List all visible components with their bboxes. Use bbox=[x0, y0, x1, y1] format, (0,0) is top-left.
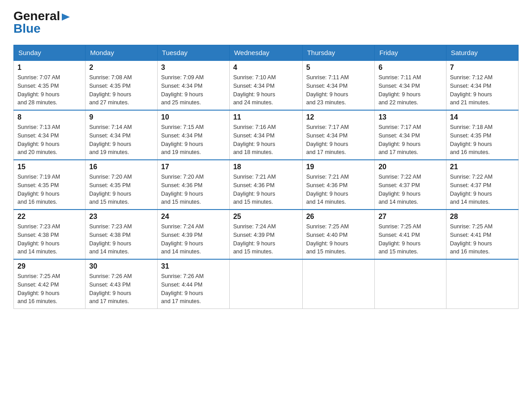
day-number: 2 bbox=[89, 64, 154, 72]
calendar-cell bbox=[229, 259, 302, 309]
calendar-cell: 9Sunrise: 7:14 AMSunset: 4:34 PMDaylight… bbox=[86, 110, 158, 160]
day-info: Sunrise: 7:11 AMSunset: 4:34 PMDaylight:… bbox=[306, 73, 371, 107]
calendar-cell: 26Sunrise: 7:25 AMSunset: 4:40 PMDayligh… bbox=[302, 210, 374, 259]
day-number: 15 bbox=[17, 163, 82, 171]
calendar-cell: 19Sunrise: 7:21 AMSunset: 4:36 PMDayligh… bbox=[302, 160, 374, 210]
day-number: 23 bbox=[89, 213, 154, 221]
calendar-cell: 1Sunrise: 7:07 AMSunset: 4:35 PMDaylight… bbox=[14, 60, 86, 110]
day-info: Sunrise: 7:17 AMSunset: 4:34 PMDaylight:… bbox=[378, 123, 442, 157]
calendar-cell: 28Sunrise: 7:25 AMSunset: 4:41 PMDayligh… bbox=[446, 210, 518, 259]
calendar-cell: 23Sunrise: 7:23 AMSunset: 4:38 PMDayligh… bbox=[86, 210, 158, 259]
day-number: 17 bbox=[161, 163, 226, 171]
calendar-cell: 5Sunrise: 7:11 AMSunset: 4:34 PMDaylight… bbox=[302, 60, 374, 110]
calendar-cell: 27Sunrise: 7:25 AMSunset: 4:41 PMDayligh… bbox=[375, 210, 446, 259]
calendar-cell: 6Sunrise: 7:11 AMSunset: 4:34 PMDaylight… bbox=[375, 60, 446, 110]
day-number: 8 bbox=[17, 113, 82, 121]
day-info: Sunrise: 7:08 AMSunset: 4:35 PMDaylight:… bbox=[89, 73, 154, 107]
day-info: Sunrise: 7:09 AMSunset: 4:34 PMDaylight:… bbox=[161, 73, 226, 107]
day-number: 4 bbox=[233, 64, 299, 72]
day-info: Sunrise: 7:17 AMSunset: 4:34 PMDaylight:… bbox=[306, 123, 371, 157]
calendar-cell: 13Sunrise: 7:17 AMSunset: 4:34 PMDayligh… bbox=[375, 110, 446, 160]
logo-triangle-icon bbox=[61, 12, 71, 21]
day-info: Sunrise: 7:14 AMSunset: 4:34 PMDaylight:… bbox=[89, 123, 154, 157]
calendar-header-monday: Monday bbox=[86, 45, 158, 61]
day-info: Sunrise: 7:19 AMSunset: 4:35 PMDaylight:… bbox=[17, 173, 82, 206]
day-info: Sunrise: 7:18 AMSunset: 4:35 PMDaylight:… bbox=[450, 123, 515, 157]
svg-marker-0 bbox=[62, 13, 70, 21]
day-info: Sunrise: 7:11 AMSunset: 4:34 PMDaylight:… bbox=[378, 73, 442, 107]
calendar-cell: 8Sunrise: 7:13 AMSunset: 4:34 PMDaylight… bbox=[14, 110, 86, 160]
day-number: 13 bbox=[378, 113, 442, 121]
calendar-cell: 10Sunrise: 7:15 AMSunset: 4:34 PMDayligh… bbox=[157, 110, 229, 160]
day-number: 11 bbox=[233, 113, 299, 121]
calendar-header-row: SundayMondayTuesdayWednesdayThursdayFrid… bbox=[14, 45, 519, 61]
day-number: 20 bbox=[378, 163, 442, 171]
day-info: Sunrise: 7:25 AMSunset: 4:40 PMDaylight:… bbox=[306, 223, 371, 256]
calendar-cell: 31Sunrise: 7:26 AMSunset: 4:44 PMDayligh… bbox=[157, 259, 229, 309]
day-info: Sunrise: 7:25 AMSunset: 4:41 PMDaylight:… bbox=[450, 223, 515, 256]
day-number: 5 bbox=[306, 64, 371, 72]
calendar-cell bbox=[446, 259, 518, 309]
calendar-cell: 17Sunrise: 7:20 AMSunset: 4:36 PMDayligh… bbox=[157, 160, 229, 210]
calendar-cell: 12Sunrise: 7:17 AMSunset: 4:34 PMDayligh… bbox=[302, 110, 374, 160]
day-info: Sunrise: 7:23 AMSunset: 4:38 PMDaylight:… bbox=[89, 223, 154, 256]
day-info: Sunrise: 7:23 AMSunset: 4:38 PMDaylight:… bbox=[17, 223, 82, 256]
week-row-5: 29Sunrise: 7:25 AMSunset: 4:42 PMDayligh… bbox=[14, 259, 519, 309]
calendar-cell: 16Sunrise: 7:20 AMSunset: 4:35 PMDayligh… bbox=[86, 160, 158, 210]
calendar-cell: 4Sunrise: 7:10 AMSunset: 4:34 PMDaylight… bbox=[229, 60, 302, 110]
calendar-header-saturday: Saturday bbox=[446, 45, 518, 61]
day-number: 24 bbox=[161, 213, 226, 221]
day-number: 31 bbox=[161, 262, 226, 270]
day-number: 18 bbox=[233, 163, 299, 171]
day-number: 9 bbox=[89, 113, 154, 121]
day-info: Sunrise: 7:12 AMSunset: 4:34 PMDaylight:… bbox=[450, 73, 515, 107]
day-info: Sunrise: 7:10 AMSunset: 4:34 PMDaylight:… bbox=[233, 73, 299, 107]
day-number: 12 bbox=[306, 113, 371, 121]
week-row-1: 1Sunrise: 7:07 AMSunset: 4:35 PMDaylight… bbox=[14, 60, 519, 110]
day-number: 27 bbox=[378, 213, 442, 221]
calendar-cell: 2Sunrise: 7:08 AMSunset: 4:35 PMDaylight… bbox=[86, 60, 158, 110]
logo-blue-text: Blue bbox=[13, 21, 41, 36]
day-number: 29 bbox=[17, 262, 82, 270]
calendar-cell: 25Sunrise: 7:24 AMSunset: 4:39 PMDayligh… bbox=[229, 210, 302, 259]
day-info: Sunrise: 7:25 AMSunset: 4:42 PMDaylight:… bbox=[17, 272, 82, 306]
calendar-header-friday: Friday bbox=[375, 45, 446, 61]
day-number: 6 bbox=[378, 64, 442, 72]
day-number: 14 bbox=[450, 113, 515, 121]
day-info: Sunrise: 7:15 AMSunset: 4:34 PMDaylight:… bbox=[161, 123, 226, 157]
day-info: Sunrise: 7:20 AMSunset: 4:35 PMDaylight:… bbox=[89, 173, 154, 206]
day-number: 21 bbox=[450, 163, 515, 171]
calendar-header-wednesday: Wednesday bbox=[229, 45, 302, 61]
calendar-cell: 24Sunrise: 7:24 AMSunset: 4:39 PMDayligh… bbox=[157, 210, 229, 259]
day-number: 28 bbox=[450, 213, 515, 221]
day-info: Sunrise: 7:21 AMSunset: 4:36 PMDaylight:… bbox=[306, 173, 371, 206]
day-info: Sunrise: 7:24 AMSunset: 4:39 PMDaylight:… bbox=[233, 223, 299, 256]
calendar-cell: 22Sunrise: 7:23 AMSunset: 4:38 PMDayligh… bbox=[14, 210, 86, 259]
day-number: 30 bbox=[89, 262, 154, 270]
day-number: 19 bbox=[306, 163, 371, 171]
calendar-cell: 7Sunrise: 7:12 AMSunset: 4:34 PMDaylight… bbox=[446, 60, 518, 110]
logo: General Blue bbox=[13, 9, 71, 36]
calendar-cell: 15Sunrise: 7:19 AMSunset: 4:35 PMDayligh… bbox=[14, 160, 86, 210]
day-info: Sunrise: 7:24 AMSunset: 4:39 PMDaylight:… bbox=[161, 223, 226, 256]
day-info: Sunrise: 7:25 AMSunset: 4:41 PMDaylight:… bbox=[378, 223, 442, 256]
day-number: 3 bbox=[161, 64, 226, 72]
day-info: Sunrise: 7:26 AMSunset: 4:44 PMDaylight:… bbox=[161, 272, 226, 306]
day-info: Sunrise: 7:16 AMSunset: 4:34 PMDaylight:… bbox=[233, 123, 299, 157]
calendar-cell: 11Sunrise: 7:16 AMSunset: 4:34 PMDayligh… bbox=[229, 110, 302, 160]
calendar-header-thursday: Thursday bbox=[302, 45, 374, 61]
page-header: General Blue bbox=[13, 9, 519, 36]
calendar-cell: 3Sunrise: 7:09 AMSunset: 4:34 PMDaylight… bbox=[157, 60, 229, 110]
day-info: Sunrise: 7:22 AMSunset: 4:37 PMDaylight:… bbox=[378, 173, 442, 206]
day-info: Sunrise: 7:07 AMSunset: 4:35 PMDaylight:… bbox=[17, 73, 82, 107]
week-row-2: 8Sunrise: 7:13 AMSunset: 4:34 PMDaylight… bbox=[14, 110, 519, 160]
calendar-cell bbox=[375, 259, 446, 309]
day-info: Sunrise: 7:20 AMSunset: 4:36 PMDaylight:… bbox=[161, 173, 226, 206]
day-info: Sunrise: 7:13 AMSunset: 4:34 PMDaylight:… bbox=[17, 123, 82, 157]
calendar-cell: 18Sunrise: 7:21 AMSunset: 4:36 PMDayligh… bbox=[229, 160, 302, 210]
calendar-cell: 20Sunrise: 7:22 AMSunset: 4:37 PMDayligh… bbox=[375, 160, 446, 210]
week-row-3: 15Sunrise: 7:19 AMSunset: 4:35 PMDayligh… bbox=[14, 160, 519, 210]
calendar-header-sunday: Sunday bbox=[14, 45, 86, 61]
calendar-table: SundayMondayTuesdayWednesdayThursdayFrid… bbox=[13, 45, 519, 309]
day-number: 7 bbox=[450, 64, 515, 72]
